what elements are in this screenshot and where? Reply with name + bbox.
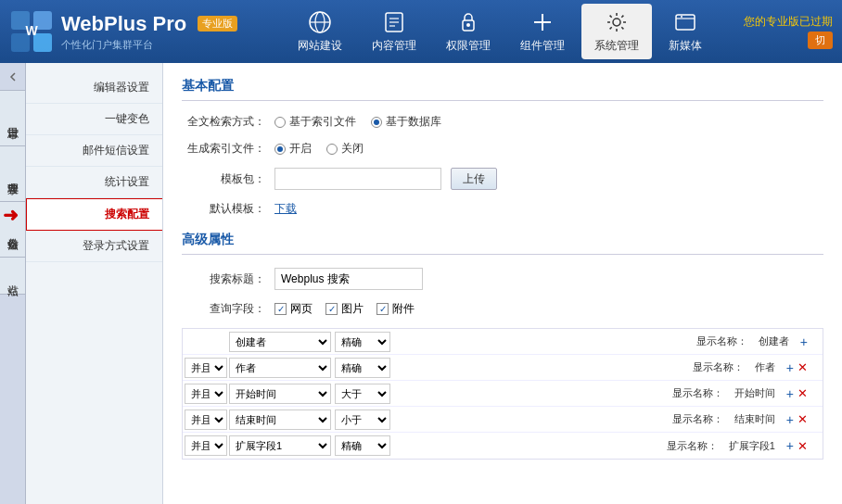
svg-text:W: W <box>25 23 38 38</box>
nav-item-component[interactable]: 组件管理 <box>507 4 578 59</box>
sidebar-item-onekey[interactable]: 一键变色 <box>26 104 162 135</box>
radio-disable[interactable]: 关闭 <box>326 141 364 157</box>
newmedia-icon <box>672 9 698 35</box>
nav-label-newmedia: 新媒体 <box>669 38 702 54</box>
radio-enable[interactable]: 开启 <box>274 141 312 157</box>
logo-icon: W <box>9 9 54 54</box>
match-select-0[interactable]: 精确 <box>335 332 390 352</box>
logo-text: WebPlus Pro 专业版 个性化门户集群平台 <box>61 12 237 52</box>
content-area: 基本配置 全文检索方式： 基于索引文件 基于数据库 生成索引文件： <box>163 63 842 504</box>
download-link[interactable]: 下载 <box>274 201 297 217</box>
nav-label-component: 组件管理 <box>520 38 565 54</box>
search-title-input[interactable] <box>274 268 423 290</box>
display-label-1: 显示名称： <box>687 360 749 374</box>
display-label-4: 显示名称： <box>661 439 723 453</box>
delete-button-1[interactable]: ✕ <box>797 360 808 374</box>
query-field-row: 查询字段： ✓ 网页 ✓ 图片 ✓ 附件 <box>182 301 823 317</box>
fulltext-radio-group: 基于索引文件 基于数据库 <box>274 114 441 130</box>
left-tab-dict[interactable]: 字典管理 <box>0 146 25 202</box>
default-template-label: 默认模板： <box>182 201 265 217</box>
sidebar-item-sms[interactable]: 邮件短信设置 <box>26 135 162 167</box>
collapse-top[interactable] <box>0 63 25 91</box>
nav-item-content[interactable]: 内容管理 <box>359 4 429 59</box>
display-value-1: 作者 <box>755 360 775 374</box>
sidebar-item-editor[interactable]: 编辑器设置 <box>26 72 162 104</box>
nav-item-system[interactable]: 系统管理 <box>581 4 652 59</box>
upload-button[interactable]: 上传 <box>451 168 497 190</box>
table-row: 并且 开始时间 大于 显示名称： 开始时间 + ✕ <box>183 381 823 407</box>
add-button-3[interactable]: + <box>786 412 794 427</box>
left-tab-site[interactable]: 站点 <box>0 258 25 295</box>
checkbox-webpage[interactable]: ✓ 网页 <box>274 301 313 317</box>
field-select-0[interactable]: 创建者 <box>229 332 331 352</box>
advanced-section: 高级属性 搜索标题： 查询字段： ✓ 网页 ✓ 图片 <box>182 232 823 460</box>
nav-item-newmedia[interactable]: 新媒体 <box>656 4 715 59</box>
row-right-2: 显示名称： 开始时间 + ✕ <box>390 386 823 401</box>
display-label-0: 显示名称： <box>691 334 753 348</box>
radio-index-file[interactable]: 基于索引文件 <box>274 114 356 130</box>
delete-button-4[interactable]: ✕ <box>797 439 808 453</box>
cond-select-3[interactable]: 并且 <box>185 410 227 430</box>
index-file-row: 生成索引文件： 开启 关闭 <box>182 141 823 157</box>
display-label-2: 显示名称： <box>667 386 729 400</box>
logo-subtitle: 个性化门户集群平台 <box>61 38 237 52</box>
svg-point-16 <box>613 19 620 26</box>
query-field-label: 查询字段： <box>182 301 265 317</box>
match-select-4[interactable]: 精确 <box>335 435 390 456</box>
radio-circle-enable <box>274 144 286 155</box>
add-button-1[interactable]: + <box>786 360 794 375</box>
match-select-3[interactable]: 小于 <box>335 410 390 430</box>
website-icon <box>307 9 333 35</box>
auth-icon <box>455 9 481 35</box>
add-button-0[interactable]: + <box>800 334 808 349</box>
cond-select-4[interactable]: 并且 <box>185 435 227 456</box>
radio-database[interactable]: 基于数据库 <box>371 114 441 130</box>
cond-select-1[interactable]: 并且 <box>185 358 227 378</box>
expire-text: 您的专业版已过期 <box>744 14 833 30</box>
field-select-4[interactable]: 扩展字段1 <box>229 435 331 456</box>
nav-label-content: 内容管理 <box>372 38 416 54</box>
component-icon <box>529 9 555 35</box>
switch-button[interactable]: 切 <box>808 32 833 49</box>
sidebar-item-search[interactable]: ➜ 搜索配置 <box>26 198 162 231</box>
header-right: 您的专业版已过期 切 <box>744 14 833 49</box>
system-icon <box>604 9 630 35</box>
nav-label-website: 网站建设 <box>298 38 342 54</box>
left-tabs: 审计日志 字典管理 站点备份 站点 <box>0 63 26 504</box>
nav-item-auth[interactable]: 权限管理 <box>433 4 504 59</box>
field-select-3[interactable]: 结束时间 <box>229 410 331 430</box>
match-select-1[interactable]: 精确 <box>335 358 390 378</box>
match-select-2[interactable]: 大于 <box>335 384 390 404</box>
pro-badge: 专业版 <box>198 16 237 32</box>
delete-button-2[interactable]: ✕ <box>797 386 808 400</box>
checkbox-image[interactable]: ✓ 图片 <box>325 301 364 317</box>
field-select-1[interactable]: 作者 <box>229 358 331 378</box>
sidebar-item-login[interactable]: 登录方式设置 <box>26 231 162 262</box>
logo-area: W WebPlus Pro 专业版 个性化门户集群平台 <box>9 9 237 54</box>
default-template-row: 默认模板： 下载 <box>182 201 823 217</box>
display-value-0: 创建者 <box>759 334 789 348</box>
checkbox-group: ✓ 网页 ✓ 图片 ✓ 附件 <box>274 301 415 317</box>
query-table: 创建者 精确 显示名称： 创建者 + <box>182 328 823 460</box>
add-button-2[interactable]: + <box>786 386 794 401</box>
add-button-4[interactable]: + <box>786 438 794 453</box>
basic-config-title: 基本配置 <box>182 78 823 101</box>
field-select-2[interactable]: 开始时间 <box>229 384 331 404</box>
display-value-3: 结束时间 <box>734 412 775 426</box>
row-right-4: 显示名称： 扩展字段1 + ✕ <box>390 438 823 453</box>
action-btns-4: + ✕ <box>781 438 813 453</box>
delete-button-3[interactable]: ✕ <box>797 412 808 426</box>
table-row: 创建者 精确 显示名称： 创建者 + <box>183 329 823 355</box>
search-title-row: 搜索标题： <box>182 268 823 290</box>
logo-title: WebPlus Pro <box>61 12 186 36</box>
cond-select-2[interactable]: 并且 <box>185 384 227 404</box>
action-btns-0: + <box>795 334 813 349</box>
left-tab-audit[interactable]: 审计日志 <box>0 91 25 146</box>
radio-circle-indexfile <box>274 117 286 128</box>
sidebar-item-stats[interactable]: 统计设置 <box>26 167 162 198</box>
table-row: 并且 作者 精确 显示名称： 作者 + ✕ <box>183 355 823 381</box>
template-input[interactable] <box>274 168 441 190</box>
svg-point-13 <box>466 23 470 27</box>
checkbox-attachment[interactable]: ✓ 附件 <box>376 301 415 317</box>
nav-item-website[interactable]: 网站建设 <box>285 4 355 59</box>
